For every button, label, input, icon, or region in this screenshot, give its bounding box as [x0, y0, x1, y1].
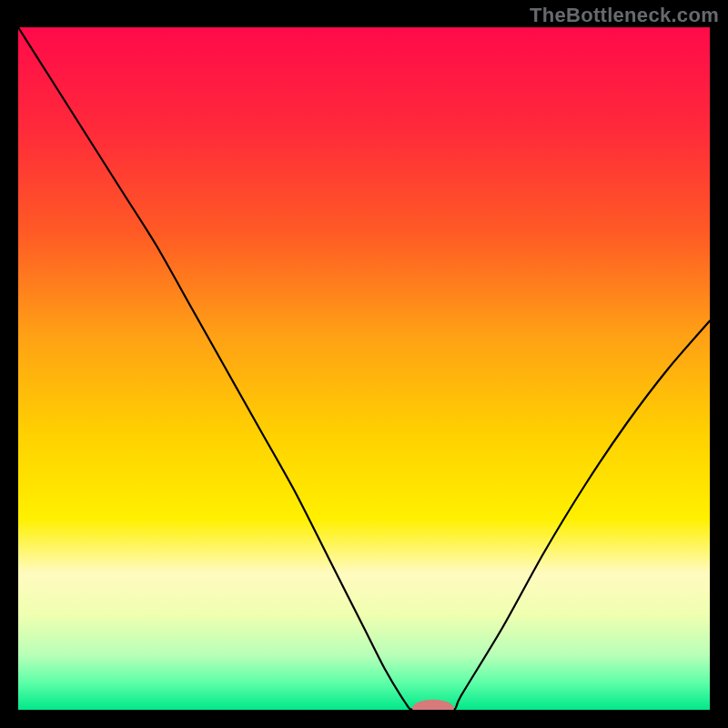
chart-background: [18, 27, 710, 710]
chart-container: TheBottleneck.com: [0, 0, 728, 728]
plot-area: [18, 27, 710, 710]
watermark-text: TheBottleneck.com: [530, 4, 719, 27]
chart-svg: [18, 27, 710, 710]
